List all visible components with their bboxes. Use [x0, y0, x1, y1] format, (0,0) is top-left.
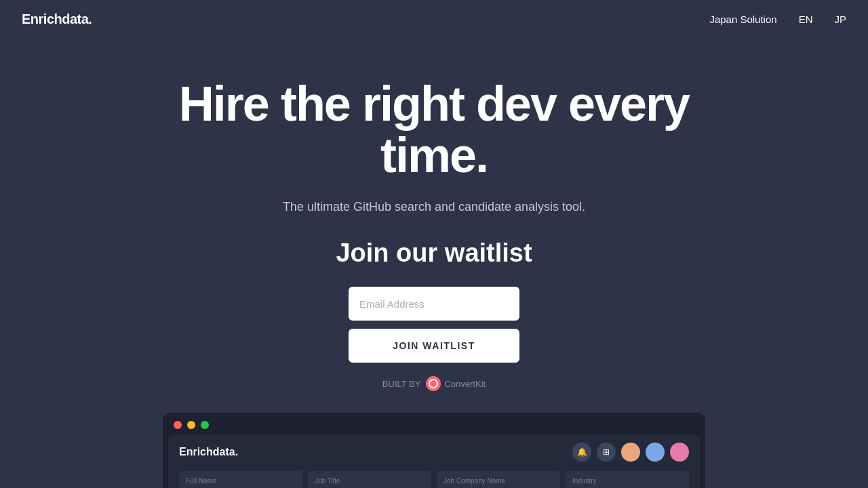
nav-lang-jp[interactable]: JP	[834, 14, 846, 25]
avatar-1	[621, 443, 640, 462]
nav-japan-solution[interactable]: Japan Solution	[709, 14, 776, 25]
avatar-2	[646, 443, 665, 462]
field-job-title: Job Title	[308, 471, 431, 488]
app-header: Enrichdata. 🔔 ⊞	[179, 443, 689, 462]
window-dot-yellow	[187, 421, 195, 429]
navbar: Enrichdata. Japan Solution EN JP	[0, 0, 868, 38]
hero-title: Hire the right dev every time.	[129, 79, 739, 181]
app-logo: Enrichdata.	[179, 446, 238, 458]
app-header-icons: 🔔 ⊞	[572, 443, 689, 462]
app-preview: Enrichdata. 🔔 ⊞ Full Name Job Title Job …	[163, 413, 705, 488]
field-company-name: Job Company Name	[437, 471, 560, 488]
powered-by: BUILT BY ConvertKit	[382, 376, 486, 391]
convertkit-icon	[426, 376, 441, 391]
nav-links: Japan Solution EN JP	[709, 14, 846, 25]
convertkit-logo: ConvertKit	[426, 376, 486, 391]
join-waitlist-button[interactable]: JOIN WAITLIST	[349, 329, 519, 363]
hero-section: Hire the right dev every time. The ultim…	[0, 38, 868, 488]
convertkit-label: ConvertKit	[444, 379, 486, 389]
window-dot-red	[174, 421, 182, 429]
brand-logo: Enrichdata.	[22, 12, 92, 27]
app-inner: Enrichdata. 🔔 ⊞ Full Name Job Title Job …	[168, 434, 700, 488]
window-dot-green	[201, 421, 209, 429]
form-row-1: Full Name Job Title Job Company Name Ind…	[179, 471, 689, 488]
powered-by-text: BUILT BY	[382, 379, 421, 389]
hero-subtitle: The ultimate GitHub search and candidate…	[283, 200, 585, 214]
email-input[interactable]	[349, 287, 519, 321]
notification-icon: 🔔	[572, 443, 591, 462]
window-chrome	[163, 413, 705, 434]
nav-lang-en[interactable]: EN	[799, 14, 813, 25]
field-full-name: Full Name	[179, 471, 302, 488]
grid-icon: ⊞	[597, 443, 616, 462]
field-industry: Industry	[566, 471, 689, 488]
waitlist-heading: Join our waitlist	[336, 239, 532, 268]
avatar-3	[670, 443, 689, 462]
